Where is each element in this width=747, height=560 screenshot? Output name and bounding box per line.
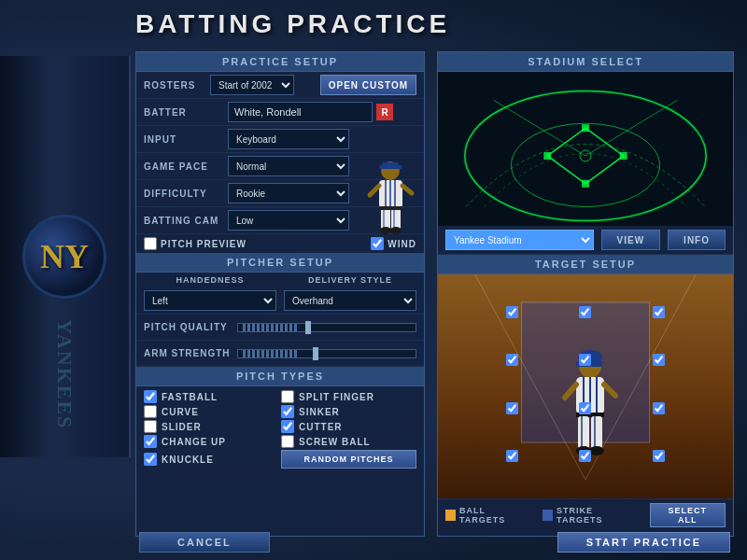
target-checkbox-12[interactable] <box>653 450 665 462</box>
ball-targets-color <box>445 510 456 521</box>
svg-line-8 <box>402 186 412 193</box>
target-checkbox-6[interactable] <box>653 354 665 366</box>
curve-label: CURVE <box>162 407 199 417</box>
yankees-emblem: NY <box>22 215 106 299</box>
target-checkbox-11[interactable] <box>579 450 591 462</box>
target-legend: BALL TARGETS STRIKE TARGETS SELECT ALL <box>438 498 733 531</box>
target-checkbox-1[interactable] <box>506 306 518 318</box>
page-title: BATTING PRACTICE <box>135 9 450 39</box>
rosters-select[interactable]: Start of 2002 <box>210 75 294 95</box>
batter-label: BATTER <box>144 107 228 118</box>
pitch-preview-checkbox[interactable] <box>144 237 157 250</box>
change-up-item: CHANGE UP <box>144 435 279 448</box>
random-pitches-button[interactable]: RANDOM PITCHES <box>281 450 416 469</box>
difficulty-select[interactable]: Rookie <box>228 183 349 203</box>
right-panel: STADIUM SELECT <box>437 51 734 537</box>
target-cb-11 <box>549 432 623 480</box>
stadium-svg <box>438 72 733 226</box>
target-cb-3 <box>622 288 696 336</box>
split-finger-checkbox[interactable] <box>281 390 294 403</box>
knuckle-checkbox[interactable] <box>144 453 157 466</box>
pitch-quality-label: PITCH QUALITY <box>144 322 237 332</box>
target-checkboxes-grid <box>475 288 696 480</box>
svg-rect-2 <box>379 165 402 169</box>
pitch-types-header: PITCH TYPES <box>136 367 424 386</box>
open-custom-button[interactable]: OPEN CUSTOM <box>320 75 416 95</box>
slider-checkbox[interactable] <box>144 420 157 433</box>
pitcher-setup-header: PITCHER SETUP <box>136 253 424 273</box>
fastball-checkbox[interactable] <box>144 390 157 403</box>
left-decoration: NY YANKEES <box>0 56 131 457</box>
pitcher-image <box>365 160 416 244</box>
pitcher-col-headers: HANDEDNESS DELIVERY STYLE <box>136 273 424 287</box>
game-pace-select[interactable]: Normal <box>228 156 349 176</box>
info-button[interactable]: INFO <box>668 230 726 250</box>
target-cb-1 <box>475 288 549 336</box>
slider-item: SLIDER <box>144 420 279 433</box>
start-practice-button[interactable]: START PRACTICE <box>557 532 730 553</box>
strike-targets-color <box>543 510 553 521</box>
ball-targets-legend: BALL TARGETS <box>445 503 528 527</box>
cutter-item: CUTTER <box>281 420 416 433</box>
svg-rect-24 <box>620 152 627 160</box>
svg-line-7 <box>370 186 379 195</box>
pitch-quality-row: PITCH QUALITY <box>136 315 424 341</box>
target-checkbox-8[interactable] <box>579 402 591 414</box>
handedness-col-header: HANDEDNESS <box>144 275 276 285</box>
batting-cam-label: BATTING CAM <box>144 216 228 226</box>
ball-targets-text: BALL TARGETS <box>459 506 528 525</box>
strike-targets-legend: STRIKE TARGETS <box>543 503 634 527</box>
svg-rect-15 <box>379 206 402 210</box>
cancel-button[interactable]: CANCEL <box>139 532 270 553</box>
target-cb-2 <box>549 288 623 336</box>
target-checkbox-9[interactable] <box>653 402 665 414</box>
batting-cam-select[interactable]: Low <box>228 210 349 231</box>
stadium-select-dropdown[interactable]: Yankee Stadium <box>445 230 594 250</box>
target-checkbox-10[interactable] <box>506 450 518 462</box>
svg-rect-16 <box>438 73 733 226</box>
arm-strength-row: ARM STRENGTH <box>136 341 424 367</box>
sinker-checkbox[interactable] <box>281 405 294 418</box>
screw-ball-label: SCREW BALL <box>299 437 371 447</box>
game-pace-label: GAME PACE <box>144 161 228 172</box>
batter-name-display: White, Rondell <box>228 102 373 122</box>
handedness-select[interactable]: Left Right <box>144 290 276 311</box>
pitch-preview-label: PITCH PREVIEW <box>161 239 247 249</box>
change-up-checkbox[interactable] <box>144 435 157 448</box>
target-checkbox-4[interactable] <box>506 354 518 366</box>
target-checkbox-5[interactable] <box>579 354 591 366</box>
arm-strength-slider[interactable] <box>237 349 416 358</box>
sinker-item: SINKER <box>281 405 416 418</box>
knuckle-item: KNUCKLE <box>144 450 279 469</box>
screw-ball-item: SCREW BALL <box>281 435 416 448</box>
delivery-style-select[interactable]: Overhand <box>284 290 416 311</box>
view-button[interactable]: VIEW <box>601 230 661 250</box>
input-row: INPUT Keyboard <box>136 126 424 153</box>
fastball-label: FASTBALL <box>162 392 218 402</box>
curve-checkbox[interactable] <box>144 405 157 418</box>
target-checkbox-2[interactable] <box>579 306 591 318</box>
batter-row: BATTER White, Rondell R <box>136 99 424 126</box>
rosters-label: ROSTERS <box>144 80 204 91</box>
cutter-checkbox[interactable] <box>281 420 294 433</box>
svg-rect-25 <box>582 180 589 188</box>
rosters-row: ROSTERS Start of 2002 OPEN CUSTOM <box>136 72 424 99</box>
split-finger-label: SPLIT FINGER <box>299 392 374 402</box>
delivery-col-header: DELIVERY STYLE <box>284 275 416 285</box>
target-cb-7 <box>475 385 549 432</box>
stadium-select-header: STADIUM SELECT <box>438 52 733 72</box>
target-checkbox-3[interactable] <box>653 306 665 318</box>
cutter-label: CUTTER <box>299 422 343 432</box>
stadium-display <box>438 72 733 226</box>
sinker-label: SINKER <box>299 407 340 417</box>
pitch-quality-slider[interactable] <box>237 323 416 332</box>
difficulty-label: DIFFICULTY <box>144 189 228 199</box>
screw-ball-checkbox[interactable] <box>281 435 294 448</box>
target-setup-header: TARGET SETUP <box>438 255 733 274</box>
target-checkbox-7[interactable] <box>506 402 518 414</box>
target-cb-6 <box>622 336 696 384</box>
svg-point-14 <box>390 227 402 234</box>
batter-hand-badge: R <box>376 104 393 120</box>
input-select[interactable]: Keyboard <box>228 129 349 149</box>
select-all-button[interactable]: SELECT ALL <box>650 503 726 527</box>
